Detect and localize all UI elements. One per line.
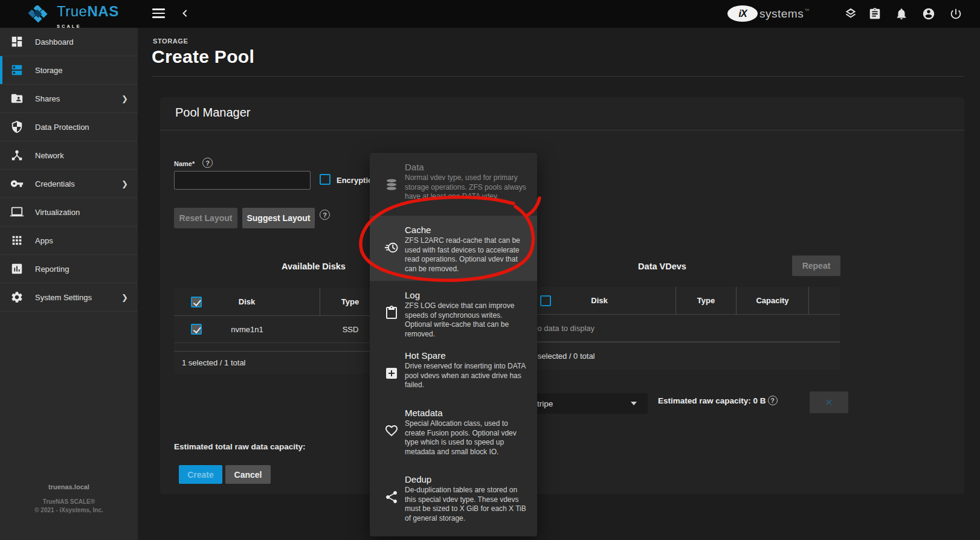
sidebar-item-data-protection[interactable]: Data Protection: [0, 113, 138, 141]
menu-item-log[interactable]: Log ZFS LOG device that can improve spee…: [370, 281, 537, 341]
sidebar-item-label: Data Protection: [35, 123, 89, 132]
suggest-layout-button[interactable]: Suggest Layout: [242, 208, 315, 228]
menu-item-text: Dedup De-duplication tables are stored o…: [405, 474, 527, 536]
ixsystems-logo: iX systems ™: [727, 5, 809, 22]
brand-true: True: [57, 3, 87, 19]
menu-item-title: Log: [405, 290, 527, 300]
sidebar-item-network[interactable]: Network: [0, 141, 138, 170]
pool-name-input[interactable]: [174, 171, 311, 190]
menu-item-title: Data: [405, 162, 527, 172]
row-checkbox[interactable]: [191, 324, 202, 335]
page-title: Create Pool: [152, 47, 254, 67]
account-circle-icon[interactable]: [922, 7, 935, 21]
menu-item-text: Data Normal vdev type, used for primary …: [405, 162, 527, 216]
sidebar-item-label: Virtualization: [35, 208, 80, 217]
menu-item-text: Cache ZFS L2ARC read-cache that can be u…: [405, 225, 527, 281]
type-header-cell: Type: [676, 287, 737, 314]
dropdown-arrow-icon: [631, 402, 637, 405]
top-bar: TrueNAS SCALE iX systems ™: [0, 0, 980, 28]
disk-name: nvme1n1: [231, 325, 263, 334]
truenas-app: TrueNAS SCALE iX systems ™: [0, 0, 980, 540]
database-icon: [370, 162, 405, 216]
name-label: Name*: [174, 160, 195, 167]
sidebar-item-credentials[interactable]: Credentials ❯: [0, 170, 138, 198]
sidebar-item-storage[interactable]: Storage: [0, 56, 138, 85]
selection-summary: 0 selected / 0 total: [523, 342, 840, 370]
back-chevron-icon[interactable]: [179, 7, 191, 19]
key-icon: [10, 177, 24, 190]
cancel-button[interactable]: Cancel: [225, 465, 271, 484]
folder-shared-icon: [10, 92, 24, 105]
dashboard-icon: [10, 35, 24, 48]
data-vdevs-title: Data VDevs: [523, 262, 801, 271]
create-button[interactable]: Create: [179, 465, 222, 484]
sidebar-item-reporting[interactable]: Reporting: [0, 255, 138, 283]
share-icon: [370, 474, 405, 536]
sidebar-item-label: Dashboard: [35, 37, 74, 47]
sidebar-item-label: Reporting: [35, 265, 69, 274]
menu-item-cache[interactable]: Cache ZFS L2ARC read-cache that can be u…: [370, 216, 537, 281]
menu-item-description: Special Allocation class, used to create…: [405, 419, 527, 457]
menu-item-description: Drive reserved for inserting into DATA p…: [405, 362, 527, 390]
select-all-checkbox[interactable]: [540, 295, 551, 306]
chevron-right-icon: ❯: [121, 293, 128, 302]
menu-item-description: ZFS LOG device that can improve speeds o…: [405, 301, 527, 339]
menu-item-description: De-duplication tables are stored on this…: [405, 486, 527, 523]
menu-item-metadata[interactable]: Metadata Special Allocation class, used …: [370, 399, 537, 465]
column-label: Capacity: [756, 296, 788, 305]
raw-capacity-label: Estimated raw capacity:: [658, 396, 751, 405]
disk-type: SSD: [343, 325, 359, 334]
name-help-icon[interactable]: ?: [202, 158, 213, 168]
empty-message: No data to display: [523, 315, 840, 342]
truenas-logo[interactable]: TrueNAS SCALE: [25, 4, 119, 34]
add-vdev-menu: Data Normal vdev type, used for primary …: [370, 153, 537, 536]
clipboard-icon: [370, 290, 405, 341]
encryption-checkbox[interactable]: [320, 174, 330, 185]
power-icon[interactable]: [949, 7, 962, 21]
apps-grid-icon: [10, 234, 24, 247]
menu-item-hot-spare[interactable]: Hot Spare Drive reserved for inserting i…: [370, 341, 537, 399]
reset-layout-button[interactable]: Reset Layout: [174, 208, 237, 228]
menu-item-data[interactable]: Data Normal vdev type, used for primary …: [370, 153, 537, 216]
table-header-row: Disk Type Capacity: [523, 287, 840, 315]
title-divider: [152, 76, 964, 77]
truenas-stack-icon[interactable]: [844, 7, 857, 21]
menu-item-dedup[interactable]: Dedup De-duplication tables are stored o…: [370, 465, 537, 536]
sidebar-item-label: Shares: [35, 94, 60, 103]
ixsystems-logo-text: systems: [759, 7, 804, 21]
sidebar-item-label: Apps: [35, 236, 53, 245]
shield-icon: [10, 120, 24, 133]
sidebar-item-label: System Settings: [35, 293, 92, 302]
bar-chart-icon: [10, 262, 24, 275]
sidebar-item-label: Credentials: [35, 179, 75, 188]
sidebar-item-apps[interactable]: Apps: [0, 227, 138, 255]
sidebar-item-virtualization[interactable]: Virtualization: [0, 198, 138, 227]
menu-toggle-icon[interactable]: [152, 8, 165, 18]
menu-item-title: Metadata: [405, 408, 527, 418]
repeat-button[interactable]: Repeat: [792, 256, 840, 276]
add-box-icon: [370, 350, 405, 399]
hostname: truenas.local: [0, 483, 138, 490]
breadcrumb[interactable]: STORAGE: [153, 37, 188, 45]
layout-help-icon[interactable]: ?: [320, 210, 330, 220]
total-capacity-label: Estimated total raw data capacity:: [174, 442, 306, 451]
sidebar-item-shares[interactable]: Shares ❯: [0, 85, 138, 113]
tasks-clipboard-icon[interactable]: [868, 7, 882, 21]
disk-header-cell: Disk: [174, 288, 320, 315]
sidebar-item-system-settings[interactable]: System Settings ❯: [0, 283, 138, 312]
pool-manager-card: Pool Manager Name* ? Encryption Reset La…: [160, 97, 964, 494]
notifications-bell-icon[interactable]: [895, 7, 908, 21]
active-indicator: [0, 56, 2, 84]
sidebar-item-label: Network: [35, 151, 64, 160]
laptop-icon: [10, 205, 24, 219]
copyright: © 2021 - iXsystems, Inc.: [0, 507, 138, 513]
column-label: Disk: [239, 297, 255, 306]
menu-item-text: Metadata Special Allocation class, used …: [405, 408, 527, 465]
capacity-help-icon[interactable]: ?: [768, 396, 778, 405]
select-all-checkbox[interactable]: [191, 297, 202, 307]
menu-item-description: ZFS L2ARC read-cache that can be used wi…: [405, 236, 527, 274]
product-name: TrueNAS SCALE®: [0, 498, 138, 505]
chevron-right-icon: ❯: [121, 179, 128, 188]
trademark: ™: [804, 8, 809, 13]
remove-vdev-button[interactable]: ✕: [810, 391, 848, 413]
